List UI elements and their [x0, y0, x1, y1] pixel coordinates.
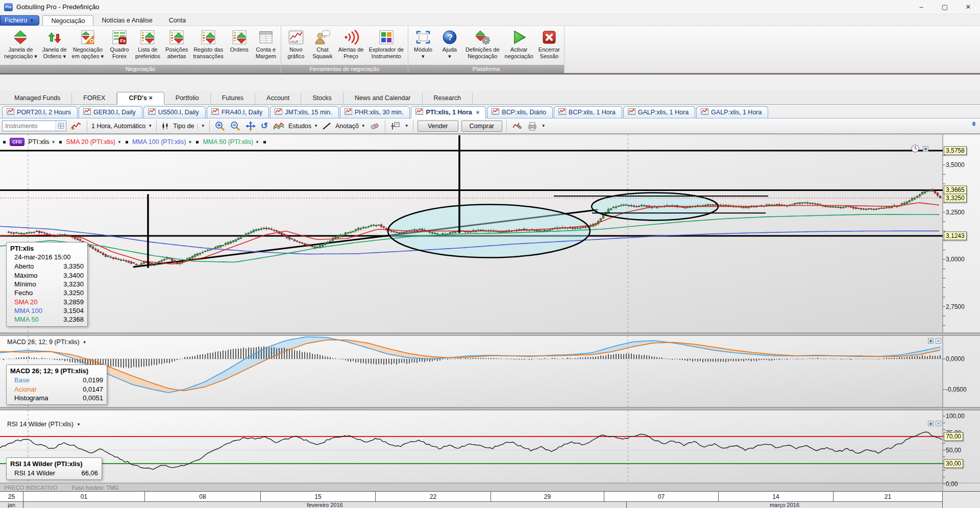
- legend-separator: [126, 141, 128, 143]
- price-level-box-3,1243: 3,1243: [944, 232, 967, 240]
- indicative-price-label: PREÇO INDICATIVO: [4, 485, 57, 491]
- tooltip-row: RSI 14 Wilder66,06: [10, 469, 98, 477]
- rsi-panel-label[interactable]: RSI 14 Wilder (PTI:xlis) ▼: [7, 421, 81, 428]
- chevron-down-icon: ▼: [77, 422, 81, 427]
- panel-close-icon[interactable]: ✕: [936, 421, 941, 426]
- rsi-tick-50,00: 50,00: [946, 447, 961, 454]
- chart-legend: CFDPTI:xlis▼SMA 20 (PTI:xlis)▼MMA 100 (P…: [3, 137, 266, 147]
- month-cell-jan: jan: [0, 502, 23, 508]
- week-cell-08: 08: [145, 492, 261, 501]
- legend-item-0[interactable]: PTI:xlis▼: [29, 138, 56, 146]
- rsi-tick-0,00: 0,00: [946, 480, 958, 488]
- status-band: PREÇO INDICATIVO Fuso horário: TMG: [0, 483, 943, 491]
- week-cell-15: 15: [261, 492, 376, 501]
- tt-macd-title: MACD 26; 12; 9 (PTI:xlis): [10, 367, 103, 376]
- week-cell-14: 14: [719, 492, 834, 501]
- legend-separator: [3, 141, 6, 143]
- panel-close-icon[interactable]: ✕: [936, 338, 941, 344]
- macd-tick--0,0500: -0,0500: [946, 386, 967, 393]
- tt-main-datetime: 24-mar-2016 15:00: [10, 253, 84, 262]
- chart-canvas[interactable]: [0, 0, 980, 508]
- month-cell-fevereiro-2016: fevereiro 2016: [23, 502, 627, 508]
- time-axis: 250108152229071421 janfevereiro 2016març…: [0, 491, 943, 508]
- panel-restore-icon[interactable]: ▣: [928, 421, 934, 426]
- tooltip-row: Histograma0,0051: [10, 394, 103, 402]
- cfd-badge: CFD: [10, 138, 24, 146]
- tooltip-row: Fecho3,3250: [10, 288, 84, 297]
- week-cell-25: 25: [0, 492, 23, 501]
- legend-separator: [196, 141, 199, 143]
- legend-item-3[interactable]: MMA 50 (PTI:xlis)▼: [203, 138, 259, 146]
- tooltip-row: MMA 503,2368: [10, 315, 84, 324]
- week-cell-22: 22: [376, 492, 491, 501]
- rsi-level-box-70,00: 70,00: [944, 432, 963, 441]
- tt-main-title: PTI:xlis: [10, 244, 84, 253]
- tooltip-row: MMA 1003,1504: [10, 306, 84, 315]
- application-window: Pro Gobulling Pro - Predefinição – ▢ ✕ F…: [0, 0, 980, 508]
- price-tooltip: PTI:xlis24-mar-2016 15:00Aberto3,3350Máx…: [6, 242, 88, 327]
- tt-rsi-title: RSI 14 Wilder (PTI:xlis): [10, 459, 98, 469]
- macd-tooltip: MACD 26; 12; 9 (PTI:xlis)Base0,0199Acion…: [6, 365, 107, 405]
- week-cell-29: 29: [491, 492, 604, 501]
- legend-separator: [263, 141, 266, 143]
- panel-restore-icon[interactable]: ▣: [928, 338, 934, 344]
- macd-label-text: MACD 26; 12; 9 (PTI:xlis): [7, 338, 80, 346]
- clock-icon[interactable]: [911, 144, 919, 154]
- week-cell-01: 01: [23, 492, 145, 501]
- legend-item-1[interactable]: SMA 20 (PTI:xlis)▼: [66, 138, 121, 146]
- month-cell-mar-o-2016: março 2016: [627, 502, 943, 508]
- tooltip-row: Aberto3,3350: [10, 262, 84, 271]
- price-tick-3,5000: 3,5000: [946, 161, 965, 168]
- tooltip-row: Base0,0199: [10, 376, 103, 384]
- rsi-tick-100,00: 100,00: [946, 413, 965, 420]
- panel-restore-icon[interactable]: ▣: [923, 146, 928, 152]
- legend-separator: [59, 141, 62, 143]
- week-cell-21: 21: [834, 492, 943, 501]
- tooltip-row: SMA 203,2859: [10, 298, 84, 306]
- price-tick-3,0000: 3,0000: [946, 256, 965, 263]
- tooltip-row: Acionar0,0147: [10, 384, 103, 393]
- chevron-down-icon: ▼: [83, 340, 87, 345]
- rsi-label-text: RSI 14 Wilder (PTI:xlis): [7, 421, 74, 428]
- week-cell-07: 07: [604, 492, 719, 501]
- rsi-level-box-30,00: 30,00: [944, 459, 963, 468]
- tooltip-row: Máximo3,3400: [10, 271, 84, 279]
- price-level-box-3,5758: 3,5758: [944, 146, 967, 155]
- macd-panel-label[interactable]: MACD 26; 12; 9 (PTI:xlis) ▼: [7, 338, 87, 346]
- time-axis-corner: [943, 491, 980, 508]
- price-tick-3,2500: 3,2500: [946, 209, 965, 216]
- timezone-label: Fuso horário: TMG: [71, 485, 118, 491]
- tooltip-row: Mínimo3,3230: [10, 280, 84, 288]
- macd-tick-0,0000: 0,0000: [946, 355, 965, 362]
- price-tick-2,7500: 2,7500: [946, 303, 965, 310]
- rsi-tooltip: RSI 14 Wilder (PTI:xlis)RSI 14 Wilder66,…: [6, 457, 102, 480]
- legend-item-2[interactable]: MMA 100 (PTI:xlis)▼: [132, 138, 192, 146]
- price-level-box-3,3250: 3,3250: [944, 193, 967, 202]
